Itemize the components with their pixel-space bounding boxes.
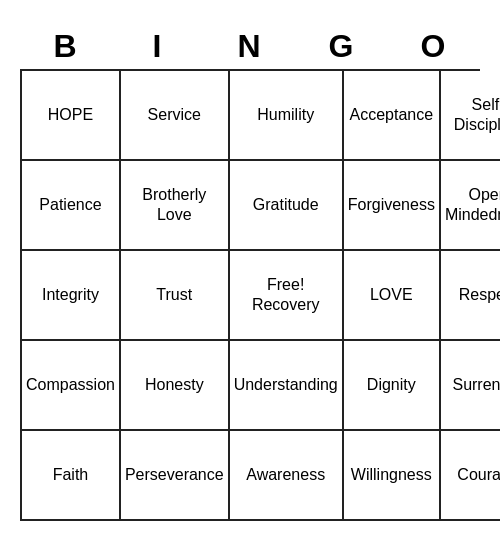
cell-r2-c4: Respect: [441, 251, 500, 341]
cell-r0-c1: Service: [121, 71, 230, 161]
header-letter-g: G: [296, 24, 388, 69]
cell-r1-c4: Open Mindedness: [441, 161, 500, 251]
bingo-header: BINGO: [20, 24, 480, 69]
cell-r3-c2: Understanding: [230, 341, 344, 431]
cell-r1-c0: Patience: [22, 161, 121, 251]
cell-r2-c1: Trust: [121, 251, 230, 341]
bingo-card: BINGO HOPEServiceHumilityAcceptanceSelf-…: [20, 24, 480, 521]
cell-r0-c3: Acceptance: [344, 71, 441, 161]
cell-r4-c2: Awareness: [230, 431, 344, 521]
cell-r2-c0: Integrity: [22, 251, 121, 341]
cell-r1-c3: Forgiveness: [344, 161, 441, 251]
cell-r4-c4: Courage: [441, 431, 500, 521]
cell-r4-c1: Perseverance: [121, 431, 230, 521]
cell-r4-c3: Willingness: [344, 431, 441, 521]
cell-r3-c0: Compassion: [22, 341, 121, 431]
header-letter-b: B: [20, 24, 112, 69]
cell-r0-c0: HOPE: [22, 71, 121, 161]
cell-r1-c2: Gratitude: [230, 161, 344, 251]
bingo-grid: HOPEServiceHumilityAcceptanceSelf-Discip…: [20, 69, 480, 521]
cell-r1-c1: Brotherly Love: [121, 161, 230, 251]
cell-r2-c2: Free! Recovery: [230, 251, 344, 341]
cell-r3-c1: Honesty: [121, 341, 230, 431]
cell-r2-c3: LOVE: [344, 251, 441, 341]
header-letter-o: O: [388, 24, 480, 69]
cell-r3-c4: Surrender: [441, 341, 500, 431]
cell-r4-c0: Faith: [22, 431, 121, 521]
header-letter-i: I: [112, 24, 204, 69]
cell-r0-c2: Humility: [230, 71, 344, 161]
cell-r3-c3: Dignity: [344, 341, 441, 431]
cell-r0-c4: Self-Discipline: [441, 71, 500, 161]
header-letter-n: N: [204, 24, 296, 69]
